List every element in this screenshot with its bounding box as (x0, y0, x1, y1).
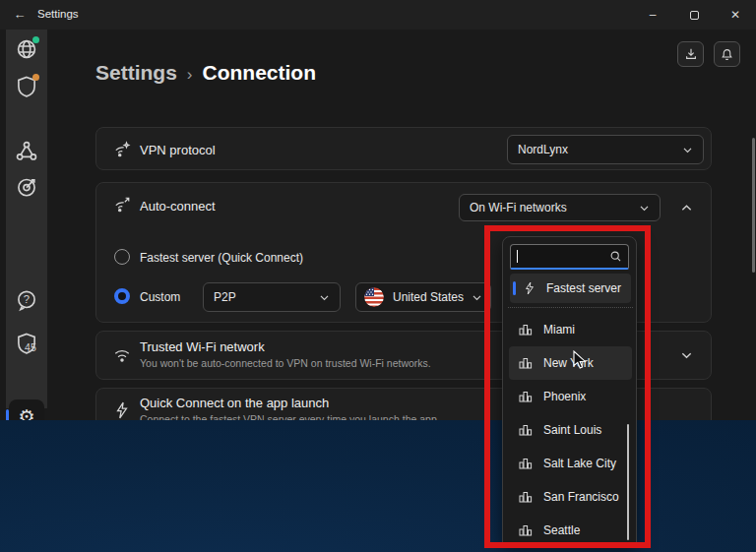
city-label: Phoenix (543, 390, 586, 403)
chevron-down-icon (639, 203, 650, 214)
svg-text:?: ? (24, 293, 30, 305)
target-icon (15, 175, 38, 199)
wifi-icon (113, 346, 131, 364)
chevron-down-icon (472, 292, 482, 303)
back-icon: ← (14, 7, 27, 22)
chevron-down-icon (682, 145, 693, 155)
minimize-button[interactable]: – (632, 0, 673, 30)
maximize-button[interactable] (673, 0, 715, 30)
window-scrollbar[interactable] (752, 138, 755, 273)
maximize-icon (690, 11, 699, 20)
server-dropdown-panel: Fastest server Miami New York Phoenix Sa… (502, 236, 637, 544)
dropdown-item-saint-louis[interactable]: Saint Louis (503, 413, 637, 447)
breadcrumb: Settings›Connection (95, 61, 316, 85)
sidebar-item-meshnet[interactable] (15, 140, 38, 163)
dropdown-item-miami[interactable]: Miami (503, 313, 637, 346)
page-title: Connection (203, 61, 317, 84)
radio-custom-label: Custom (140, 290, 180, 304)
dropdown-item-seattle[interactable]: Seattle (503, 514, 637, 544)
quick-connect-title: Quick Connect on the app launch (140, 396, 329, 410)
sidebar-item-help[interactable]: ? (15, 288, 38, 312)
collapse-button[interactable] (676, 198, 696, 217)
trusted-wifi-description: You won't be auto-connected to VPN on tr… (140, 357, 431, 369)
lightning-icon (114, 401, 130, 419)
minimize-icon: – (650, 8, 657, 22)
connected-status-dot (32, 36, 39, 43)
back-button[interactable]: ← (10, 6, 30, 24)
sidebar: ? 45 ⚙ (6, 30, 47, 408)
chevron-up-icon (680, 202, 693, 215)
radio-fastest-server-label: Fastest server (Quick Connect) (140, 251, 303, 265)
dropdown-item-fastest-server[interactable]: Fastest server (510, 274, 631, 303)
city-label: San Francisco (543, 490, 619, 504)
city-label: Miami (543, 323, 575, 337)
sidebar-item-vpn[interactable] (15, 37, 38, 61)
country-value: United States (393, 290, 472, 304)
meshnet-icon (15, 140, 38, 163)
dropdown-item-phoenix[interactable]: Phoenix (503, 380, 637, 413)
vpn-protocol-select[interactable]: NordLynx (507, 135, 704, 164)
server-search-input[interactable] (520, 250, 609, 264)
dropdown-separator (508, 307, 633, 308)
dropdown-item-new-york[interactable]: New York (509, 346, 632, 380)
vpn-protocol-label: VPN protocol (140, 143, 216, 157)
breadcrumb-settings[interactable]: Settings (95, 61, 177, 84)
chevron-down-icon (680, 349, 693, 362)
city-label: Saint Louis (543, 423, 601, 437)
titlebar: ← Settings – ✕ (0, 0, 756, 30)
breadcrumb-separator: › (187, 65, 193, 84)
auto-connect-select[interactable]: On Wi-Fi networks (459, 194, 661, 221)
window-title: Settings (37, 8, 79, 20)
city-label: New York (543, 356, 594, 370)
auto-connect-label: Auto-connect (140, 199, 216, 214)
wifi-star-icon (113, 141, 131, 158)
server-group-select[interactable]: P2P (203, 282, 341, 312)
radio-fastest-server[interactable] (114, 249, 130, 265)
trusted-wifi-title: Trusted Wi-Fi network (140, 339, 265, 354)
help-bubble-icon: ? (15, 288, 38, 312)
city-label: Seattle (543, 523, 580, 537)
settings-window: ← Settings – ✕ (0, 0, 756, 552)
download-button[interactable] (677, 41, 704, 67)
server-search-box[interactable] (510, 244, 629, 270)
sidebar-item-dedicated-ip[interactable] (15, 175, 38, 199)
close-button[interactable]: ✕ (715, 0, 756, 30)
bell-icon (721, 48, 733, 61)
city-label: Salt Lake City (543, 457, 616, 470)
dropdown-item-san-francisco[interactable]: San Francisco (503, 480, 637, 514)
us-flag-icon (364, 287, 384, 307)
wifi-arrow-icon (113, 196, 131, 214)
close-icon: ✕ (730, 8, 740, 22)
auto-connect-value: On Wi-Fi networks (470, 201, 639, 215)
download-icon (684, 47, 698, 61)
threat-badge: 45 (25, 341, 36, 353)
dropdown-item-label: Fastest server (546, 281, 621, 295)
main-content: Settings›Connection VPN protocol NordLyn… (47, 30, 756, 420)
map-background (0, 420, 756, 552)
sidebar-item-dark-web-monitor[interactable]: 45 (15, 332, 38, 355)
lightning-icon (524, 281, 536, 295)
shield-counter-icon: 45 (15, 332, 38, 355)
expand-button[interactable] (676, 345, 696, 365)
server-group-value: P2P (214, 290, 319, 304)
dropdown-item-salt-lake-city[interactable]: Salt Lake City (503, 447, 637, 480)
city-list: Miami New York Phoenix Saint Louis Salt … (503, 313, 637, 544)
dropdown-scrollbar[interactable] (627, 424, 629, 540)
selected-indicator (513, 281, 516, 295)
vpn-protocol-value: NordLynx (518, 143, 682, 156)
sidebar-item-threat-protection[interactable] (15, 75, 38, 98)
vpn-protocol-card: VPN protocol NordLynx (95, 127, 712, 170)
radio-custom[interactable] (114, 288, 130, 304)
search-icon (609, 250, 622, 263)
country-select[interactable]: United States (355, 282, 491, 312)
chevron-down-icon (319, 292, 330, 303)
alert-status-dot (32, 74, 39, 81)
text-caret (517, 250, 518, 263)
notifications-button[interactable] (714, 41, 740, 67)
